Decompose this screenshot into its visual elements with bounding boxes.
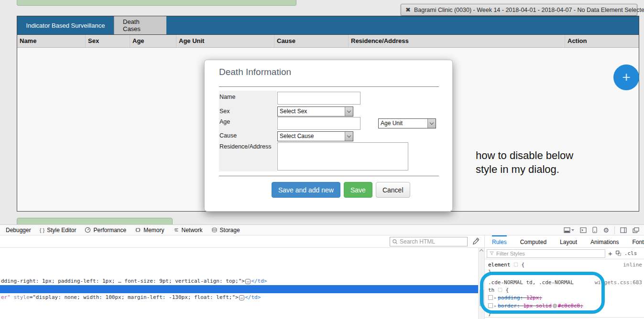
search-html-input[interactable]: [400, 238, 465, 245]
attr-name: style: [11, 294, 30, 300]
settings-gear-icon[interactable]: ⚙: [601, 227, 611, 234]
dock-bottom-icon[interactable]: [562, 227, 576, 233]
sex-select[interactable]: Select Sex: [277, 106, 353, 117]
rules-pane: + .cls element { inline } .cde-NORMAL td…: [484, 248, 644, 319]
top-green-bar: [17, 0, 296, 6]
save-button[interactable]: Save: [344, 182, 372, 198]
property-value[interactable]: 12px;: [526, 295, 542, 301]
separate-window-icon[interactable]: [631, 227, 641, 233]
tab-network[interactable]: Network: [169, 225, 207, 235]
annotation-line1: how to disable below: [476, 149, 573, 162]
search-html-box[interactable]: [390, 237, 468, 246]
chevron-down-icon: [345, 132, 353, 141]
tab-label: Network: [182, 227, 203, 234]
add-rule-icon[interactable]: +: [608, 249, 612, 257]
brace: }: [488, 269, 491, 275]
context-bar-text: Bagrami Clinic (0030) - Week 14 - 2018-0…: [414, 7, 644, 13]
property-enable-checkbox[interactable]: [488, 303, 493, 308]
expand-twisty-icon[interactable]: ▶: [494, 304, 496, 308]
closing-tag: </td>: [251, 278, 267, 284]
element-rule-selector[interactable]: element {: [488, 262, 524, 268]
selector-text: element: [488, 262, 510, 268]
name-input[interactable]: [277, 92, 360, 105]
code-text: ="display: none; width: 100px; margin-le…: [30, 294, 239, 300]
scroll-up-arrow[interactable]: [480, 249, 483, 253]
responsive-mode-icon[interactable]: [590, 227, 599, 233]
death-information-dialog: Death Information Name Sex Select Sex Ag…: [204, 60, 453, 212]
filter-styles-box[interactable]: [487, 249, 605, 258]
tab-layout[interactable]: Layout: [560, 235, 577, 248]
tab-animations[interactable]: Animations: [590, 235, 619, 248]
tab-storage[interactable]: Storage: [207, 225, 244, 235]
cde-rule-selector-line1[interactable]: .cde-NORMAL td, .cde-NORMAL: [488, 279, 574, 286]
split-console-icon[interactable]: [578, 227, 589, 233]
tab-memory[interactable]: Memory: [131, 225, 168, 235]
eyedropper-icon[interactable]: [472, 238, 480, 245]
devtools-toolbar: Debugger { } Style Editor Performance Me…: [0, 225, 644, 235]
filter-funnel-icon: [489, 251, 494, 256]
inline-style-source[interactable]: inline: [623, 262, 642, 268]
sex-select-value: Select Sex: [278, 107, 345, 116]
expand-twisty-icon[interactable]: ▶: [494, 296, 496, 300]
property-name[interactable]: padding:: [498, 295, 523, 301]
age-label: Age: [219, 118, 230, 125]
age-unit-select[interactable]: Age Unit: [378, 118, 436, 128]
network-icon: [173, 227, 179, 233]
tab-rules[interactable]: Rules: [492, 235, 507, 248]
highlight-target-icon[interactable]: [513, 262, 518, 267]
residence-textarea[interactable]: [277, 142, 408, 170]
markup-view: dding-right: 1px; padding-left: 1px; … f…: [0, 248, 478, 319]
class-toggle-button[interactable]: .cls: [624, 250, 637, 256]
tab-death-cases[interactable]: Death Cases: [114, 16, 166, 34]
context-bar: ✖ Bagrami Clinic (0030) - Week 14 - 2018…: [401, 4, 637, 16]
divider: [219, 176, 439, 176]
sidebar-toggle-icon[interactable]: [618, 227, 629, 233]
save-and-add-new-button[interactable]: Save and add new: [272, 182, 340, 198]
property-enable-checkbox[interactable]: [488, 295, 493, 300]
cause-select-value: Select Cause: [278, 132, 345, 141]
property-name[interactable]: border:: [498, 303, 520, 309]
cause-select[interactable]: Select Cause: [277, 131, 353, 141]
cancel-button[interactable]: Cancel: [376, 182, 410, 198]
tab-indicator-based-surveillance[interactable]: Indicator Based Surveillance: [17, 16, 114, 34]
divider: [614, 226, 615, 234]
tab-label: Performance: [93, 227, 126, 234]
cde-rule-selector-line2[interactable]: th {: [488, 287, 509, 293]
tab-debugger[interactable]: Debugger: [1, 225, 35, 235]
markup-line[interactable]: dding-right: 1px; padding-left: 1px; … f…: [1, 278, 267, 284]
color-swatch[interactable]: [553, 304, 557, 308]
highlight-target-icon[interactable]: [498, 287, 502, 292]
ellipsis-badge[interactable]: …: [239, 295, 244, 300]
col-sex: Sex: [86, 35, 130, 47]
rules-toolbar: + .cls: [485, 248, 644, 259]
markup-scrollbar[interactable]: [478, 248, 484, 319]
inspector-main: dding-right: 1px; padding-left: 1px; … f…: [0, 248, 644, 319]
filter-styles-input[interactable]: [496, 251, 603, 256]
property-color-value[interactable]: #c0c0c0;: [558, 303, 583, 309]
divider: [219, 86, 439, 87]
scrollbar-thumb[interactable]: [480, 290, 484, 306]
property-value[interactable]: 1px solid: [523, 303, 552, 309]
dialog-buttons: Save and add new Save Cancel: [272, 182, 410, 198]
tab-computed[interactable]: Computed: [520, 235, 546, 248]
search-icon: [392, 239, 398, 245]
add-death-case-button[interactable]: +: [613, 64, 639, 90]
pseudo-class-icon[interactable]: [615, 250, 622, 256]
selected-node-row[interactable]: [0, 285, 478, 293]
brace: }: [488, 310, 491, 317]
stylesheet-source-link[interactable]: widgets.css:683: [595, 279, 642, 286]
tab-performance[interactable]: Performance: [80, 225, 131, 235]
label-column: [219, 91, 277, 171]
tab-label: Debugger: [6, 227, 31, 234]
col-age-unit: Age Unit: [176, 35, 274, 47]
tab-label: Storage: [220, 227, 240, 234]
age-input[interactable]: [277, 117, 360, 130]
markup-line[interactable]: er" style="display: none; width: 100px; …: [1, 294, 261, 300]
ellipsis-badge[interactable]: …: [245, 279, 251, 284]
braces-icon: { }: [40, 227, 44, 233]
divider: [485, 317, 644, 318]
tab-fonts[interactable]: Fonts: [632, 235, 644, 248]
close-icon[interactable]: ✖: [405, 6, 411, 13]
tab-style-editor[interactable]: { } Style Editor: [35, 225, 81, 235]
database-icon: [211, 227, 218, 233]
